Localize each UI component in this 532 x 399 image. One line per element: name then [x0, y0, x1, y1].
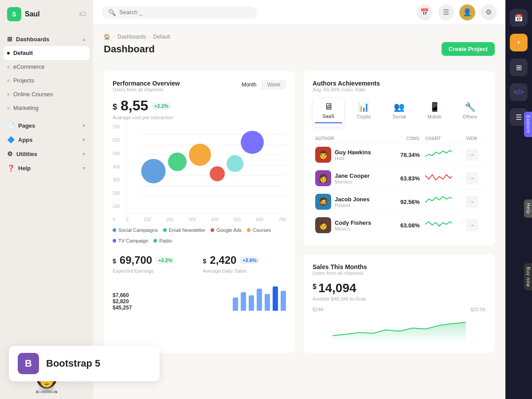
performance-card: Performance Overview Users from all chan…: [104, 71, 295, 353]
avatar: 👨: [315, 147, 331, 163]
view-button[interactable]: →: [466, 149, 478, 161]
app-name: Saul: [25, 10, 40, 18]
view-button[interactable]: →: [466, 219, 478, 231]
chart-legend: Social Campaigns Email Newsletter Google…: [113, 227, 286, 243]
notification-icon[interactable]: 📅: [417, 4, 433, 20]
sales-subtitle: Users from all channels: [313, 270, 486, 276]
breadcrumb: 🏠 › Dashboards › Default: [104, 34, 170, 40]
bootstrap-promo: B Bootstrap 5: [9, 346, 160, 381]
panel-icon-grid[interactable]: ⊞: [510, 59, 528, 76]
settings-icon[interactable]: ⚙: [481, 4, 497, 20]
chevron-icon: ▼: [82, 152, 86, 156]
time-toggle: Month Week: [236, 80, 286, 90]
authors-table: AUTHOR CONV. CHART VIEW �: [313, 134, 486, 237]
create-project-button[interactable]: Create Project: [442, 42, 495, 56]
month-toggle[interactable]: Month: [236, 80, 262, 90]
week-toggle[interactable]: Week: [262, 80, 286, 90]
amounts-list: $7,660 $2,820 $45,257: [113, 292, 132, 311]
table-body: 👨 Guy Hawkins Haiti 78.34%: [313, 143, 486, 237]
daily-stat: $2,420 +2.6% Average Daily Sales: [203, 252, 286, 274]
tab-crypto[interactable]: 📊 Crypto: [348, 98, 380, 127]
legend-social: Social Campaigns: [113, 227, 158, 233]
mini-chart-2: [425, 171, 452, 184]
nav-dot: [7, 66, 10, 68]
bottom-stats: $69,700 +2.2% Expected Earnings $2,420 +…: [113, 252, 286, 274]
bubble-courses: [189, 144, 211, 166]
search-icon: 🔍: [108, 9, 116, 16]
active-dot: [7, 52, 10, 55]
view-button[interactable]: →: [466, 196, 478, 208]
avatar: 👩: [315, 170, 331, 186]
panel-icon-add[interactable]: +: [510, 34, 528, 51]
sidebar-section-apps[interactable]: 🔷 Apps ▼: [0, 133, 93, 147]
back-icon[interactable]: 🏷: [79, 10, 86, 18]
mini-chart-1: [425, 148, 452, 160]
home-icon[interactable]: 🏠: [104, 34, 110, 40]
sidebar-section-help[interactable]: ❓ Help ▼: [0, 161, 93, 175]
sidebar-nav: ⊞ Dashboards ▲ Default eCommerce Project…: [0, 28, 93, 340]
bubble-email: [168, 153, 187, 171]
topbar: 🔍 📅 ☰ 👤 ⚙: [93, 0, 505, 25]
legend-email: Email Newsletter: [163, 227, 206, 233]
legend-google-ads: Google Ads: [211, 227, 242, 233]
breadcrumb-dashboards[interactable]: Dashboards: [117, 34, 146, 40]
user-avatar[interactable]: 👤: [459, 4, 475, 20]
view-button[interactable]: →: [466, 172, 478, 184]
page-title: Dashboard: [104, 43, 170, 55]
x-axis: 0 100 200 300 400 500 600 700: [126, 217, 286, 222]
buy-now-button[interactable]: Buy now: [524, 263, 532, 290]
perf-title: Performance Overview: [113, 80, 180, 87]
content-grid: Performance Overview Users from all chan…: [104, 71, 495, 353]
breadcrumb-current: Default: [153, 34, 170, 40]
panel-icon-calendar[interactable]: 📅: [510, 9, 528, 27]
author-tabs: 🖥 SaaS 📊 Crypto 👥 Social: [313, 98, 486, 127]
chevron-icon: ▼: [82, 123, 86, 128]
sales-title: Sales This Months: [313, 263, 486, 270]
perf-description: Avarage cost per interaction: [113, 115, 286, 120]
chevron-icon: ▼: [82, 166, 86, 171]
y-axis: 700 600 500 400 300 200 100 0: [113, 125, 120, 222]
sales-chart: [313, 316, 486, 342]
svg-marker-0: [333, 322, 466, 342]
sidebar-section-utilities[interactable]: ⚙ Utilities ▼: [0, 147, 93, 161]
perf-header: Performance Overview Users from all chan…: [113, 80, 286, 92]
sidebar-header: S Saul 🏷: [0, 0, 93, 28]
bubble-social: [141, 159, 166, 184]
tab-others[interactable]: 🔧 Others: [454, 98, 486, 127]
sidebar-item-ecommerce[interactable]: eCommerce: [0, 60, 93, 74]
amounts-section: $7,660 $2,820 $45,257: [113, 279, 286, 311]
panel-icon-code[interactable]: </>: [510, 83, 528, 101]
sidebar-item-default[interactable]: Default: [4, 46, 90, 60]
right-column: Authors Achievements Avg. 69.34% Conv. R…: [304, 71, 495, 353]
explore-button[interactable]: Explore: [524, 112, 532, 137]
avatar: 🧔: [315, 194, 331, 210]
sidebar-section-dashboards[interactable]: ⊞ Dashboards ▲: [0, 32, 93, 46]
chevron-icon: ▲: [82, 37, 86, 42]
nav-dot: [7, 107, 10, 110]
avatar: 🧑: [315, 217, 331, 233]
menu-icon[interactable]: ☰: [438, 4, 454, 20]
table-row: 👨 Guy Hawkins Haiti 78.34%: [313, 143, 486, 167]
mini-chart-3: [425, 195, 452, 207]
tab-social[interactable]: 👥 Social: [383, 98, 415, 127]
sidebar-item-projects[interactable]: Projects: [0, 74, 93, 87]
topbar-right: 📅 ☰ 👤 ⚙: [417, 4, 497, 20]
table-row: 🧔 Jacob Jones Poland 92.56%: [313, 190, 486, 214]
table-row: 👩 Jane Cooper Monaco 63.83%: [313, 167, 486, 190]
tab-saas[interactable]: 🖥 SaaS: [313, 98, 344, 127]
daily-badge: +2.6%: [240, 257, 259, 264]
sales-value: $ 14,094: [313, 281, 486, 295]
search-box[interactable]: 🔍: [102, 6, 257, 19]
sidebar-section-pages[interactable]: 📄 Pages ▼: [0, 118, 93, 133]
sidebar-item-marketing[interactable]: Marketing: [0, 101, 93, 115]
performance-value: $ 8,55 +2.2%: [113, 98, 286, 114]
mini-chart-4: [425, 218, 452, 231]
sidebar-item-online-courses[interactable]: Online Courses: [0, 87, 93, 101]
sales-card: Sales This Months Users from all channel…: [304, 254, 495, 353]
chart-area: [126, 125, 286, 213]
search-input[interactable]: [119, 9, 251, 16]
tab-mobile[interactable]: 📱 Mobile: [419, 98, 450, 127]
nav-dot: [7, 93, 10, 96]
main-area: 🔍 📅 ☰ 👤 ⚙ 🏠 › Dashboards › Default Dashb…: [93, 0, 505, 399]
help-button[interactable]: Help: [524, 200, 532, 218]
